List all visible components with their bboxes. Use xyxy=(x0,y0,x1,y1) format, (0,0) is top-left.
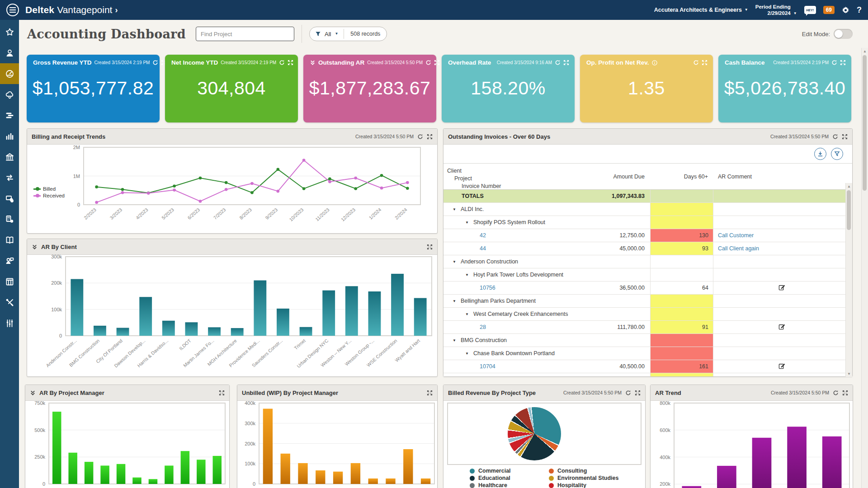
bar xyxy=(185,322,198,336)
expand-triangle-icon[interactable]: ▼ xyxy=(453,338,456,343)
scroll-up-icon[interactable]: ▲ xyxy=(846,183,852,189)
invoice-number-link[interactable]: 44 xyxy=(480,245,486,252)
bar xyxy=(391,274,404,336)
sidebar-item-projects[interactable] xyxy=(0,105,19,126)
table-row[interactable]: ▼ALDI Inc. xyxy=(443,203,846,216)
collapse-chevrons-icon[interactable] xyxy=(32,244,38,250)
expand-triangle-icon[interactable]: ▼ xyxy=(453,260,456,264)
table-row[interactable]: ▼Shopify POS System Rollout xyxy=(443,216,846,229)
expand-triangle-icon[interactable]: ▼ xyxy=(453,299,456,303)
legend-item: Billed xyxy=(33,186,65,192)
info-icon[interactable] xyxy=(652,60,657,66)
refresh-icon[interactable] xyxy=(417,134,423,140)
refresh-icon[interactable] xyxy=(425,60,431,66)
refresh-icon[interactable] xyxy=(279,60,285,66)
sidebar-item-settings[interactable] xyxy=(0,313,19,333)
sidebar-item-resources[interactable] xyxy=(0,250,19,271)
invoice-number-link[interactable]: 42 xyxy=(480,232,486,239)
page-scrollbar[interactable]: ▲ xyxy=(861,48,868,488)
sidebar-item-hubs[interactable] xyxy=(0,42,19,63)
expand-icon[interactable] xyxy=(842,390,848,396)
expand-icon[interactable] xyxy=(427,134,433,140)
sidebar-item-transactions[interactable] xyxy=(0,167,19,188)
expand-triangle-icon[interactable]: ▼ xyxy=(465,352,469,356)
expand-triangle-icon[interactable]: ▼ xyxy=(465,221,469,225)
hamburger-menu-icon[interactable] xyxy=(6,4,19,16)
svg-text:200k: 200k xyxy=(660,481,670,487)
scroll-down-icon[interactable]: ▼ xyxy=(846,371,852,377)
star-icon xyxy=(5,28,14,37)
ar-comment-link[interactable]: Call Client again xyxy=(718,245,759,252)
refresh-icon[interactable] xyxy=(831,60,837,66)
expand-icon[interactable] xyxy=(702,60,708,66)
invoice-number-link[interactable]: 10704 xyxy=(480,363,495,370)
refresh-icon[interactable] xyxy=(625,390,631,396)
table-row[interactable]: ▼Anderson Construction xyxy=(443,255,846,268)
refresh-icon[interactable] xyxy=(833,390,839,396)
sidebar-item-ledger[interactable] xyxy=(0,230,19,250)
refresh-icon[interactable] xyxy=(152,60,158,66)
filter-dropdown[interactable]: All ▼ xyxy=(310,31,344,38)
expand-icon[interactable] xyxy=(563,60,569,66)
top-navigation-bar: Deltek Vantagepoint › Accutera Architect… xyxy=(0,0,868,20)
company-selector[interactable]: Accutera Architects & Engineers▼ xyxy=(654,7,748,13)
sidebar-item-utilities[interactable] xyxy=(0,292,19,313)
edit-comment-icon[interactable] xyxy=(778,284,785,292)
expand-icon[interactable] xyxy=(427,244,433,250)
panel-title: AR By Client xyxy=(41,244,77,250)
chat-hey-icon[interactable]: HEY! xyxy=(804,6,816,14)
expand-icon[interactable] xyxy=(219,390,225,396)
bar xyxy=(298,463,307,484)
sidebar-item-share[interactable] xyxy=(0,84,19,105)
refresh-icon[interactable] xyxy=(693,60,699,66)
table-row[interactable]: ▼City Of Portland xyxy=(443,373,846,376)
sidebar-item-dashboard[interactable] xyxy=(0,63,19,84)
table-scrollbar[interactable]: ▲ ▼ xyxy=(845,183,852,377)
edit-comment-icon[interactable] xyxy=(778,362,785,371)
table-row[interactable]: ▼Chase Bank Downtown Portland xyxy=(443,347,846,360)
svg-text:10/2023: 10/2023 xyxy=(288,206,304,222)
sidebar-item-reports[interactable] xyxy=(0,126,19,146)
expand-icon[interactable] xyxy=(842,134,848,140)
notification-badge[interactable]: 69 xyxy=(823,6,835,14)
search-input[interactable] xyxy=(196,27,294,41)
edit-comment-icon[interactable] xyxy=(778,323,785,331)
svg-text:100k: 100k xyxy=(245,461,255,466)
sidebar-item-accounting[interactable] xyxy=(0,209,19,230)
sidebar-item-billing[interactable] xyxy=(0,188,19,209)
expand-icon[interactable] xyxy=(288,60,293,66)
sidebar-item-banking[interactable] xyxy=(0,146,19,167)
refresh-icon[interactable] xyxy=(832,134,838,140)
gear-icon[interactable] xyxy=(842,6,849,14)
filter-icon[interactable] xyxy=(831,148,843,160)
logo-vantagepoint: Vantagepoint xyxy=(57,5,112,15)
table-row[interactable]: ▼Bellingham Parks Department xyxy=(443,295,846,308)
ar-comment-link[interactable]: Call Customer xyxy=(718,232,754,239)
bar xyxy=(822,436,842,488)
expand-icon[interactable] xyxy=(427,390,433,396)
expand-triangle-icon[interactable]: ▼ xyxy=(465,273,469,277)
invoice-number-link[interactable]: 10756 xyxy=(480,285,495,291)
sidebar-item-favorites[interactable] xyxy=(0,22,19,42)
collapse-chevrons-icon[interactable] xyxy=(30,390,36,396)
refresh-icon[interactable] xyxy=(555,60,561,66)
invoice-number-link[interactable]: 28 xyxy=(480,324,486,330)
table-row[interactable]: ▼BMG Construction xyxy=(443,334,846,347)
expand-icon[interactable] xyxy=(635,390,641,396)
bar xyxy=(421,479,430,484)
expand-triangle-icon[interactable]: ▼ xyxy=(453,207,456,211)
expand-icon[interactable] xyxy=(434,60,440,66)
bar xyxy=(368,479,378,484)
table-row[interactable]: ▼West Cemetary Creek Enhancements xyxy=(443,308,846,321)
sidebar-item-browser[interactable] xyxy=(0,271,19,292)
expand-triangle-icon[interactable]: ▼ xyxy=(465,312,469,316)
help-icon[interactable]: ? xyxy=(857,5,862,15)
expand-icon[interactable] xyxy=(840,60,846,66)
table-row[interactable]: ▼Hoyt Park Tower Lofts Development xyxy=(443,268,846,282)
scroll-up-icon[interactable]: ▲ xyxy=(862,48,868,54)
edit-mode-toggle[interactable] xyxy=(834,29,853,39)
download-icon[interactable] xyxy=(814,148,826,160)
period-ending-selector[interactable]: Period Ending2/29/2024 ▼ xyxy=(755,4,797,17)
collapse-chevrons-icon[interactable] xyxy=(310,60,316,66)
table-row: 4212,750.00130Call Customer xyxy=(443,229,846,242)
